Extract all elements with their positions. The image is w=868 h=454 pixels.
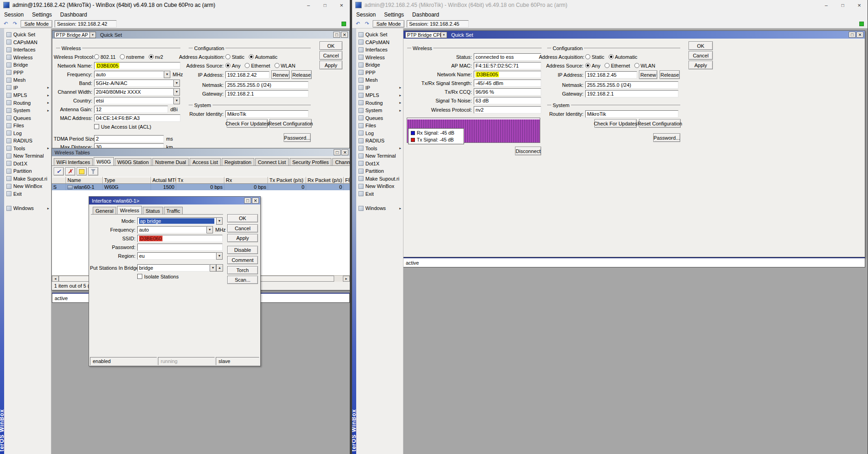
- dialog-close-icon[interactable]: [342, 149, 348, 155]
- menu-session[interactable]: Session: [0, 11, 28, 18]
- channel-width-field[interactable]: 20/40/80MHz XXXX: [94, 88, 174, 96]
- sidebar-item[interactable]: Quick Set: [4, 31, 51, 39]
- maximize-icon[interactable]: [317, 0, 333, 10]
- quickset-titlebar[interactable]: PTP Bridge CPE Quick Set: [403, 31, 865, 39]
- sidebar-item[interactable]: Wireless: [356, 54, 403, 62]
- ok-button[interactable]: OK: [319, 41, 342, 50]
- radio-ethernet[interactable]: [605, 63, 610, 68]
- sidebar-item[interactable]: Bridge: [4, 61, 51, 69]
- tab-access-list[interactable]: Access List: [190, 158, 221, 165]
- safe-mode-button[interactable]: Safe Mode: [373, 20, 404, 28]
- tab-nstreme-dual[interactable]: Nstreme Dual: [152, 158, 189, 165]
- sidebar-item[interactable]: Queues: [356, 114, 403, 122]
- radio-automatic[interactable]: [609, 54, 614, 59]
- sidebar-item[interactable]: System ▸: [4, 107, 51, 114]
- password-field[interactable]: [137, 244, 223, 251]
- radio-any[interactable]: [225, 63, 230, 68]
- scrollbar-track[interactable]: [334, 276, 343, 282]
- sidebar-item[interactable]: CAPsMAN: [4, 39, 51, 46]
- sidebar-item[interactable]: New WinBox: [4, 182, 51, 190]
- sidebar-item[interactable]: Queues: [4, 114, 51, 122]
- menu-dashboard[interactable]: Dashboard: [56, 11, 91, 18]
- dialog-close-icon[interactable]: [252, 198, 259, 204]
- tab-channels[interactable]: Channels: [332, 158, 350, 165]
- sidebar-item[interactable]: MPLS ▸: [4, 91, 51, 99]
- radio-automatic[interactable]: [249, 54, 254, 59]
- frequency-field[interactable]: auto: [94, 71, 164, 78]
- ip-address-field[interactable]: 192.168.2.45: [585, 71, 637, 79]
- interface-titlebar[interactable]: Interface <wlan60-1>: [89, 197, 260, 204]
- router-identity-field[interactable]: MikroTik: [225, 110, 308, 118]
- col-rx-packet[interactable]: Rx Packet (p/s): [306, 177, 344, 184]
- col-tx[interactable]: Tx: [176, 177, 224, 184]
- menu-settings[interactable]: Settings: [380, 11, 408, 18]
- sidebar-item-windows[interactable]: Windows ▸: [4, 204, 51, 212]
- undo-icon[interactable]: [354, 20, 361, 27]
- sidebar-item[interactable]: Mesh: [356, 76, 403, 84]
- tab-w60g[interactable]: W60G: [94, 157, 113, 166]
- sidebar-item[interactable]: Tools ▸: [4, 145, 51, 153]
- chevron-up-icon[interactable]: [216, 264, 223, 272]
- sidebar-item[interactable]: Dot1X: [4, 160, 51, 168]
- quickset-profile-combo[interactable]: PTP Bridge AP: [54, 32, 96, 38]
- quickset-titlebar[interactable]: PTP Bridge AP Quick Set: [52, 31, 349, 39]
- scan-button[interactable]: Scan...: [227, 276, 258, 284]
- chevron-down-icon[interactable]: [216, 217, 223, 225]
- sidebar-item[interactable]: MPLS ▸: [356, 91, 403, 99]
- menu-settings[interactable]: Settings: [28, 11, 56, 18]
- ssid-field[interactable]: D3BE060: [137, 235, 223, 242]
- gateway-field[interactable]: 192.168.2.1: [585, 90, 678, 97]
- sidebar-item[interactable]: New Terminal: [4, 152, 51, 160]
- dialog-maximize-icon[interactable]: [334, 149, 341, 155]
- sidebar-item[interactable]: New Terminal: [356, 152, 403, 160]
- maximize-icon[interactable]: [834, 0, 851, 10]
- tab-w60g-station[interactable]: W60G Station: [115, 158, 151, 165]
- menu-session[interactable]: Session: [352, 11, 380, 18]
- sidebar-item[interactable]: Make Supout.rif: [356, 175, 403, 183]
- radio-static[interactable]: [585, 54, 590, 59]
- netmask-field[interactable]: 255.255.255.0 (/24): [585, 81, 678, 89]
- sidebar-item[interactable]: Bridge: [356, 61, 403, 69]
- check-for-updates-button[interactable]: Check For Updates: [594, 119, 637, 128]
- password-button[interactable]: Password...: [653, 133, 680, 142]
- tab-general[interactable]: General: [93, 207, 116, 214]
- torch-button[interactable]: Torch: [227, 266, 258, 274]
- comment-button[interactable]: [77, 167, 87, 176]
- antenna-gain-field[interactable]: 12: [94, 106, 168, 113]
- undo-icon[interactable]: [2, 20, 9, 27]
- tab-wifi-interfaces[interactable]: WiFi Interfaces: [54, 158, 93, 165]
- gateway-field[interactable]: 192.168.2.1: [225, 90, 308, 97]
- chevron-down-icon[interactable]: [164, 71, 170, 78]
- sidebar-item[interactable]: Routing ▸: [4, 99, 51, 107]
- tdma-field[interactable]: 2: [94, 135, 164, 142]
- chevron-down-icon[interactable]: [90, 32, 96, 38]
- chevron-down-icon[interactable]: [441, 32, 447, 38]
- tab-wireless[interactable]: Wireless: [117, 206, 142, 215]
- region-field[interactable]: eu: [137, 252, 216, 260]
- sidebar-item[interactable]: IP ▸: [4, 84, 51, 92]
- dialog-close-icon[interactable]: [857, 32, 863, 38]
- disable-button[interactable]: Disable: [227, 246, 258, 254]
- sidebar-item[interactable]: Partition: [4, 167, 51, 175]
- reset-configuration-button[interactable]: Reset Configuration: [639, 119, 681, 128]
- close-icon[interactable]: [333, 0, 350, 10]
- radio-ethernet[interactable]: [245, 63, 250, 68]
- sidebar-item[interactable]: Routing ▸: [356, 99, 403, 107]
- col-rx[interactable]: Rx: [224, 177, 268, 184]
- sidebar-item[interactable]: Quick Set: [356, 31, 403, 39]
- ip-address-field[interactable]: 192.168.2.42: [225, 71, 269, 79]
- sidebar-item[interactable]: IP ▸: [356, 84, 403, 92]
- sidebar-item[interactable]: Exit: [356, 190, 403, 198]
- minimize-icon[interactable]: [818, 0, 834, 10]
- radio-static[interactable]: [225, 54, 230, 59]
- titlebar[interactable]: admin@192.168.2.45 (MikroTik) - WinBox (…: [352, 0, 868, 10]
- session-field[interactable]: Session: 192.168.2.45: [407, 20, 469, 28]
- chevron-down-icon[interactable]: [210, 264, 216, 272]
- col-fp[interactable]: FP: [344, 177, 350, 184]
- col-actual-mtu[interactable]: Actual MTU: [151, 177, 176, 184]
- sidebar-item[interactable]: System ▸: [356, 107, 403, 114]
- network-name-field[interactable]: D3BE005: [94, 62, 180, 69]
- sidebar-item[interactable]: PPP: [356, 69, 403, 77]
- tab-status[interactable]: Status: [143, 207, 162, 214]
- disconnect-button[interactable]: Disconnect: [515, 147, 541, 155]
